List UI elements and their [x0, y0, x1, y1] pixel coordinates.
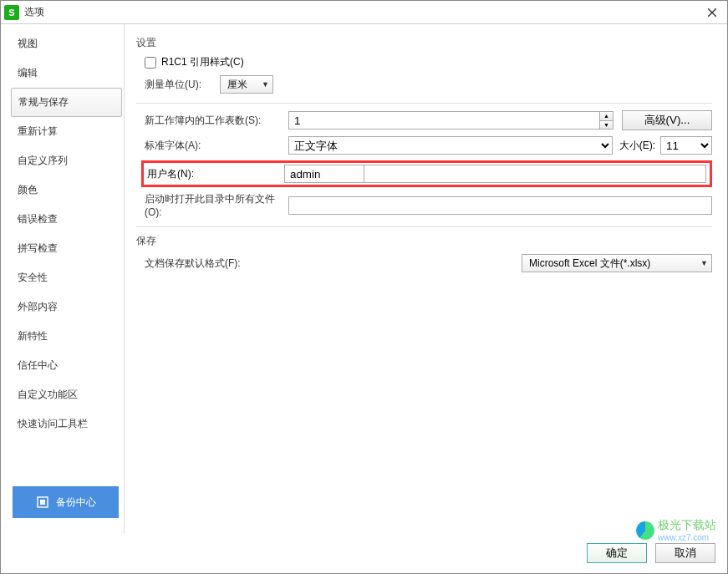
sidebar-item[interactable]: 拼写检查	[9, 234, 124, 263]
dialog-buttons: 确定 取消	[1, 533, 727, 573]
settings-section-title: 设置	[136, 36, 712, 50]
sidebar-item[interactable]: 编辑	[9, 58, 124, 88]
backup-icon	[36, 495, 49, 509]
font-size-dropdown[interactable]: 11	[660, 136, 712, 155]
startup-dir-input[interactable]	[288, 196, 712, 215]
ok-button[interactable]: 确定	[587, 543, 647, 563]
sidebar-item[interactable]: 信任中心	[9, 351, 124, 380]
sidebar-item[interactable]: 重新计算	[9, 117, 124, 146]
content-panel: 设置 R1C1 引用样式(C) 测量单位(U): 厘米 ▼ 新工作簿内的工作表数…	[125, 24, 727, 533]
save-section-title: 保存	[136, 234, 712, 248]
sheets-count-input[interactable]	[289, 112, 599, 129]
sidebar-item[interactable]: 视图	[9, 29, 124, 58]
backup-center-button[interactable]: 备份中心	[13, 486, 119, 518]
standard-font-label: 标准字体(A):	[145, 139, 288, 153]
sidebar-item[interactable]: 安全性	[9, 263, 124, 292]
measure-unit-label: 测量单位(U):	[145, 78, 220, 92]
sidebar-item[interactable]: 颜色	[9, 175, 124, 205]
sheets-count-label: 新工作簿内的工作表数(S):	[145, 114, 288, 128]
backup-center-label: 备份中心	[56, 495, 96, 510]
measure-unit-value: 厘米	[227, 78, 247, 92]
sidebar-item[interactable]: 常规与保存	[11, 88, 122, 117]
chevron-down-icon: ▼	[262, 80, 269, 89]
measure-unit-dropdown[interactable]: 厘米 ▼	[220, 75, 273, 94]
divider	[136, 226, 712, 227]
username-highlight-frame: 用户名(N):	[141, 160, 712, 187]
username-label: 用户名(N):	[144, 167, 284, 181]
default-format-value: Microsoft Excel 文件(*.xlsx)	[529, 257, 650, 271]
username-input[interactable]	[284, 165, 364, 183]
r1c1-checkbox[interactable]	[145, 57, 156, 69]
sidebar: 视图编辑常规与保存重新计算自定义序列颜色错误检查拼写检查安全性外部内容新特性信任…	[9, 24, 125, 533]
cancel-button[interactable]: 取消	[655, 543, 715, 563]
startup-dir-label: 启动时打开此目录中所有文件(O):	[145, 192, 288, 218]
close-button[interactable]	[700, 1, 724, 24]
spinner-down-icon[interactable]: ▼	[600, 120, 613, 130]
svg-rect-1	[40, 500, 45, 505]
app-logo-icon: S	[4, 5, 19, 20]
r1c1-label: R1C1 引用样式(C)	[161, 55, 244, 69]
sidebar-item[interactable]: 快速访问工具栏	[9, 409, 124, 439]
sheets-count-spinner[interactable]: ▲ ▼	[288, 111, 613, 130]
sidebar-item[interactable]: 错误检查	[9, 205, 124, 234]
sidebar-item[interactable]: 自定义功能区	[9, 380, 124, 409]
sidebar-item[interactable]: 新特性	[9, 322, 124, 351]
font-size-label: 大小(E):	[619, 139, 655, 153]
default-format-label: 文档保存默认格式(F):	[145, 257, 288, 271]
close-icon	[707, 8, 717, 18]
default-format-dropdown[interactable]: Microsoft Excel 文件(*.xlsx) ▼	[522, 254, 712, 272]
advanced-button[interactable]: 高级(V)...	[622, 110, 712, 130]
standard-font-dropdown[interactable]: 正文字体	[288, 136, 613, 155]
spinner-up-icon[interactable]: ▲	[600, 112, 613, 120]
sidebar-item[interactable]: 外部内容	[9, 292, 124, 322]
sidebar-item[interactable]: 自定义序列	[9, 146, 124, 175]
chevron-down-icon: ▼	[700, 259, 708, 267]
divider	[136, 103, 712, 104]
window-title: 选项	[24, 5, 700, 19]
